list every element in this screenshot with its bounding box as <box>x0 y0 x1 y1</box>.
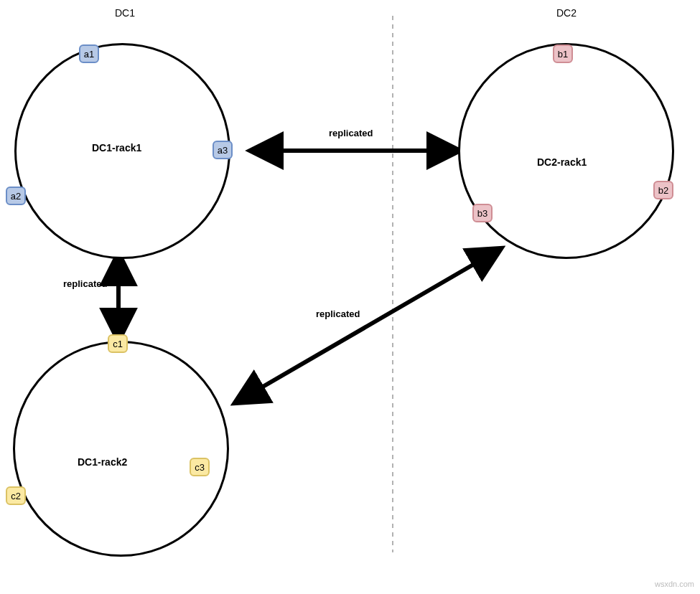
watermark: wsxdn.com <box>655 580 694 588</box>
ring-dc1-rack2 <box>13 341 229 557</box>
ring-label-dc1-rack2: DC1-rack2 <box>78 456 127 468</box>
edge-dc1rack2-dc2rack1 <box>237 250 499 402</box>
edge-label-top: replicated <box>329 128 373 138</box>
node-c3: c3 <box>190 458 210 476</box>
node-b1: b1 <box>553 44 573 63</box>
edge-label-diag: replicated <box>316 308 360 319</box>
ring-dc2-rack1 <box>458 43 674 259</box>
node-c2: c2 <box>6 486 26 505</box>
ring-label-dc2-rack1: DC2-rack1 <box>537 156 587 168</box>
diagram-canvas: DC1 DC2 DC1-rack1 a1 a2 a3 DC2-rack1 b1 … <box>0 0 700 594</box>
node-c1: c1 <box>108 334 128 353</box>
node-b2: b2 <box>653 181 673 199</box>
node-a2: a2 <box>6 187 26 205</box>
header-dc2: DC2 <box>556 7 577 19</box>
ring-label-dc1-rack1: DC1-rack1 <box>92 142 141 154</box>
node-a1: a1 <box>79 44 99 63</box>
node-a3: a3 <box>213 141 233 159</box>
edge-label-left: replicated <box>63 278 107 289</box>
header-dc1: DC1 <box>115 7 135 19</box>
node-b3: b3 <box>472 204 493 222</box>
